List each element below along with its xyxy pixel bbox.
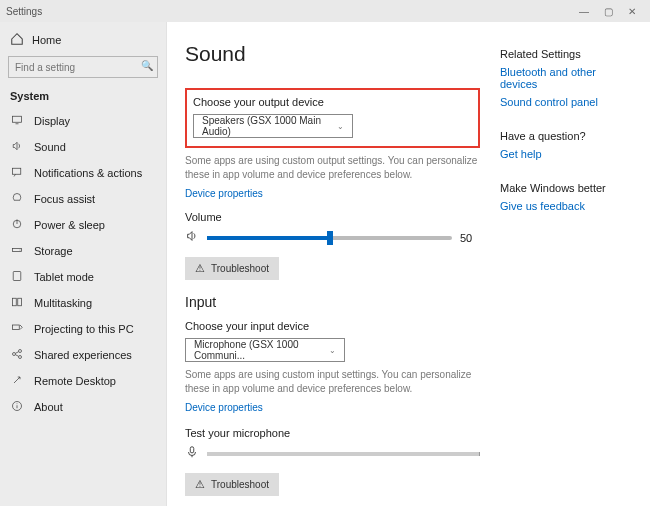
volume-value: 50 [460, 232, 480, 244]
sidebar-item-label: Shared experiences [34, 349, 132, 361]
home-button[interactable]: Home [0, 22, 166, 56]
input-desc: Some apps are using custom input setting… [185, 368, 480, 396]
sidebar-item-focus-assist[interactable]: Focus assist [0, 186, 166, 212]
focus-assist-icon [10, 192, 24, 206]
sidebar-item-power-sleep[interactable]: Power & sleep [0, 212, 166, 238]
sidebar-item-label: Projecting to this PC [34, 323, 134, 335]
search-box[interactable]: 🔍 [8, 56, 158, 78]
svg-rect-7 [13, 272, 21, 281]
output-device-label: Choose your output device [193, 96, 472, 108]
notifications-icon [10, 166, 24, 180]
mic-test-label: Test your microphone [185, 427, 480, 439]
link-get-help[interactable]: Get help [500, 148, 630, 160]
svg-point-18 [17, 403, 18, 404]
display-icon [10, 114, 24, 128]
link-give-feedback[interactable]: Give us feedback [500, 200, 630, 212]
window-title: Settings [6, 6, 42, 17]
svg-line-14 [16, 352, 19, 354]
sidebar-item-label: Multitasking [34, 297, 92, 309]
sidebar-item-label: Power & sleep [34, 219, 105, 231]
sidebar-item-multitasking[interactable]: Multitasking [0, 290, 166, 316]
sidebar-section-label: System [0, 88, 166, 108]
input-device-label: Choose your input device [185, 320, 480, 332]
sidebar: Home 🔍 System Display Sound Notification… [0, 22, 167, 506]
remote-desktop-icon [10, 374, 24, 388]
output-desc: Some apps are using custom output settin… [185, 154, 480, 182]
chevron-down-icon: ⌄ [337, 122, 344, 131]
home-label: Home [32, 34, 61, 46]
tablet-icon [10, 270, 24, 284]
multitasking-icon [10, 296, 24, 310]
home-icon [10, 32, 24, 48]
svg-rect-0 [13, 116, 22, 122]
maximize-button[interactable]: ▢ [596, 6, 620, 17]
microphone-icon [185, 445, 199, 463]
volume-label: Volume [185, 211, 480, 223]
search-input[interactable] [8, 56, 158, 78]
related-settings-head: Related Settings [500, 48, 630, 60]
sound-icon [10, 140, 24, 154]
output-troubleshoot-button[interactable]: ⚠ Troubleshoot [185, 257, 279, 280]
title-bar: Settings — ▢ ✕ [0, 0, 650, 22]
sidebar-item-label: Display [34, 115, 70, 127]
link-sound-control-panel[interactable]: Sound control panel [500, 96, 630, 108]
input-heading: Input [185, 294, 480, 310]
warning-icon: ⚠ [195, 478, 205, 491]
svg-rect-2 [13, 168, 21, 174]
sidebar-item-display[interactable]: Display [0, 108, 166, 134]
svg-point-13 [19, 356, 22, 359]
sidebar-item-storage[interactable]: Storage [0, 238, 166, 264]
mic-level-meter [207, 452, 480, 456]
sidebar-item-shared-experiences[interactable]: Shared experiences [0, 342, 166, 368]
main-content: Sound Choose your output device Speakers… [185, 42, 480, 496]
sidebar-item-remote-desktop[interactable]: Remote Desktop [0, 368, 166, 394]
link-bluetooth-devices[interactable]: Bluetooth and other devices [500, 66, 630, 90]
share-icon [10, 348, 24, 362]
speaker-icon[interactable] [185, 229, 199, 247]
sidebar-item-label: About [34, 401, 63, 413]
svg-line-15 [16, 355, 19, 357]
sidebar-item-notifications[interactable]: Notifications & actions [0, 160, 166, 186]
troubleshoot-label: Troubleshoot [211, 479, 269, 490]
sidebar-item-label: Focus assist [34, 193, 95, 205]
page-title: Sound [185, 42, 480, 66]
svg-point-6 [20, 250, 21, 251]
troubleshoot-label: Troubleshoot [211, 263, 269, 274]
sidebar-item-about[interactable]: About [0, 394, 166, 420]
storage-icon [10, 244, 24, 258]
svg-rect-9 [18, 298, 22, 306]
minimize-button[interactable]: — [572, 6, 596, 17]
sidebar-item-label: Sound [34, 141, 66, 153]
input-device-value: Microphone (GSX 1000 Communi... [194, 339, 329, 361]
svg-rect-19 [190, 447, 194, 453]
input-troubleshoot-button[interactable]: ⚠ Troubleshoot [185, 473, 279, 496]
output-device-value: Speakers (GSX 1000 Main Audio) [202, 115, 337, 137]
svg-point-11 [13, 353, 16, 356]
output-device-select[interactable]: Speakers (GSX 1000 Main Audio) ⌄ [193, 114, 353, 138]
power-icon [10, 218, 24, 232]
volume-thumb[interactable] [327, 231, 333, 245]
svg-point-12 [19, 350, 22, 353]
have-question-head: Have a question? [500, 130, 630, 142]
sidebar-item-label: Storage [34, 245, 73, 257]
chevron-down-icon: ⌄ [329, 346, 336, 355]
input-device-properties-link[interactable]: Device properties [185, 402, 480, 413]
sidebar-item-label: Notifications & actions [34, 167, 142, 179]
sidebar-item-label: Remote Desktop [34, 375, 116, 387]
sidebar-item-projecting[interactable]: Projecting to this PC [0, 316, 166, 342]
svg-rect-8 [13, 298, 17, 306]
output-device-properties-link[interactable]: Device properties [185, 188, 480, 199]
volume-slider[interactable] [207, 236, 452, 240]
input-device-select[interactable]: Microphone (GSX 1000 Communi... ⌄ [185, 338, 345, 362]
output-device-highlight: Choose your output device Speakers (GSX … [185, 88, 480, 148]
sidebar-item-label: Tablet mode [34, 271, 94, 283]
sidebar-item-tablet-mode[interactable]: Tablet mode [0, 264, 166, 290]
sidebar-item-sound[interactable]: Sound [0, 134, 166, 160]
close-button[interactable]: ✕ [620, 6, 644, 17]
make-better-head: Make Windows better [500, 182, 630, 194]
warning-icon: ⚠ [195, 262, 205, 275]
svg-rect-10 [13, 325, 20, 330]
about-icon [10, 400, 24, 414]
search-icon: 🔍 [141, 60, 153, 71]
aside: Related Settings Bluetooth and other dev… [480, 42, 630, 496]
